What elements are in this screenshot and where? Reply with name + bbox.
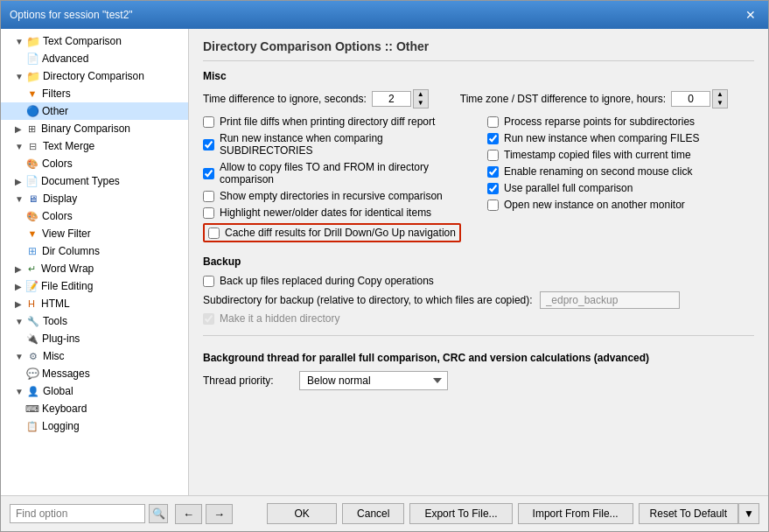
tools-icon: 🔧 [26, 314, 40, 328]
run-new-subdirs-label[interactable]: Run new instance when comparing SUBDIREC… [220, 132, 470, 157]
sidebar-item-document-types[interactable]: ▶ 📄 Document Types [1, 172, 188, 190]
subdir-row: Subdirectory for backup (relative to dir… [203, 291, 754, 309]
opt-use-parallel: Use parallel full comparison [487, 182, 754, 194]
colors-icon: 🎨 [25, 209, 39, 223]
timestamp-copy-checkbox[interactable] [487, 150, 499, 161]
process-reparse-label[interactable]: Process reparse points for subdirectorie… [504, 116, 695, 128]
sidebar-item-binary-comparison[interactable]: ▶ ⊞ Binary Comparison [1, 120, 188, 137]
subdir-label: Subdirectory for backup (relative to dir… [203, 294, 533, 306]
backup-files-checkbox[interactable] [203, 276, 214, 287]
process-reparse-checkbox[interactable] [487, 116, 499, 128]
sidebar-item-plug-ins[interactable]: 🔌 Plug-ins [1, 330, 188, 347]
run-new-subdirs-checkbox[interactable] [203, 139, 214, 150]
close-button[interactable]: ✕ [742, 6, 759, 24]
action-buttons: OK Cancel Export To File... Import From … [267, 503, 759, 524]
cancel-button[interactable]: Cancel [342, 503, 404, 524]
hidden-dir-label: Make it a hidden directory [220, 312, 339, 325]
opt-cache-diff: Cache diff results for Drill Down/Go Up … [203, 223, 470, 242]
open-new-monitor-label[interactable]: Open new instance on another monitor [504, 199, 685, 211]
backup-files-label[interactable]: Back up files replaced during Copy opera… [220, 275, 434, 287]
find-button[interactable]: 🔍 [149, 504, 168, 523]
options-dialog: Options for session "test2" ✕ ▼ 📁 Text C… [0, 0, 769, 532]
run-new-files-label[interactable]: Run new instance when comparing FILES [504, 132, 699, 144]
sidebar-item-keyboard[interactable]: ⌨ Keyboard [1, 400, 188, 417]
right-col: Process reparse points for subdirectorie… [487, 116, 754, 247]
find-input[interactable] [10, 504, 145, 523]
timezone-input[interactable] [671, 91, 710, 107]
cache-diff-checkbox[interactable] [208, 228, 220, 239]
opt-open-new-monitor: Open new instance on another monitor [487, 199, 754, 211]
spin-up-tz[interactable]: ▲ [713, 90, 727, 99]
nav-forward-button[interactable]: → [206, 504, 233, 524]
sidebar-item-other[interactable]: 🔵 Other [1, 102, 188, 120]
sidebar-item-display[interactable]: ▼ 🖥 Display [1, 190, 188, 207]
print-diffs-label[interactable]: Print file diffs when printing directory… [220, 116, 435, 128]
thread-priority-row: Thread priority: Idle Below normal Norma… [203, 371, 754, 390]
show-empty-label[interactable]: Show empty directories in recursive comp… [220, 190, 443, 202]
sidebar-label: Display [43, 192, 77, 205]
expand-icon: ▼ [15, 37, 24, 46]
enable-rename-label[interactable]: Enable renaming on second mouse click [504, 165, 692, 178]
sidebar-item-filters[interactable]: ▼ Filters [1, 85, 188, 102]
allow-copy-label[interactable]: Allow to copy files TO and FROM in direc… [220, 161, 470, 186]
ok-button[interactable]: OK [267, 503, 337, 524]
sidebar-item-tools[interactable]: ▼ 🔧 Tools [1, 312, 188, 330]
opt-backup-files: Back up files replaced during Copy opera… [203, 275, 754, 287]
cache-diff-label[interactable]: Cache diff results for Drill Down/Go Up … [225, 227, 456, 239]
spin-up[interactable]: ▲ [414, 90, 428, 99]
colors-icon: 🎨 [25, 157, 39, 171]
sidebar-label: Logging [42, 420, 80, 432]
nav-back-button[interactable]: ← [175, 504, 202, 524]
highlight-dates-label[interactable]: Highlight newer/older dates for identica… [220, 206, 431, 219]
sidebar-item-colors-merge[interactable]: 🎨 Colors [1, 155, 188, 172]
sidebar-item-global[interactable]: ▼ 👤 Global [1, 382, 188, 400]
use-parallel-checkbox[interactable] [487, 183, 499, 194]
sidebar-item-advanced[interactable]: 📄 Advanced [1, 50, 188, 67]
find-section: 🔍 [10, 504, 168, 523]
sidebar-label: Other [42, 105, 68, 117]
spin-down[interactable]: ▼ [414, 99, 428, 108]
sidebar-item-html[interactable]: ▶ H HTML [1, 295, 188, 312]
show-empty-checkbox[interactable] [203, 191, 214, 202]
time-diff-input[interactable] [372, 91, 411, 107]
import-button[interactable]: Import From File... [518, 503, 633, 524]
sidebar-item-logging[interactable]: 📋 Logging [1, 417, 188, 435]
folder-icon: 📁 [26, 69, 40, 83]
highlight-dates-checkbox[interactable] [203, 207, 214, 219]
sidebar-item-colors-display[interactable]: 🎨 Colors [1, 207, 188, 225]
reset-main-button[interactable]: Reset To Default [639, 503, 739, 524]
panel-title: Directory Comparison Options :: Other [203, 39, 754, 61]
sidebar-label: Filters [42, 88, 71, 100]
export-button[interactable]: Export To File... [409, 503, 512, 524]
expand-icon: ▼ [15, 142, 24, 151]
keyboard-icon: ⌨ [25, 402, 39, 416]
run-new-files-checkbox[interactable] [487, 133, 499, 144]
sidebar-item-word-wrap[interactable]: ▶ ↵ Word Wrap [1, 260, 188, 277]
reset-arrow-button[interactable]: ▼ [738, 503, 759, 524]
allow-copy-checkbox[interactable] [203, 168, 214, 179]
checkbox-columns: Print file diffs when printing directory… [203, 116, 754, 247]
timestamp-copy-label[interactable]: Timestamp copied files with current time [504, 149, 691, 161]
sidebar-item-file-editing[interactable]: ▶ 📝 File Editing [1, 277, 188, 295]
sidebar-item-dir-columns[interactable]: ⊞ Dir Columns [1, 242, 188, 260]
enable-rename-checkbox[interactable] [487, 166, 499, 178]
sidebar-item-directory-comparison[interactable]: ▼ 📁 Directory Comparison [1, 67, 188, 85]
sidebar-item-view-filter[interactable]: ▼ View Filter [1, 225, 188, 242]
sidebar-item-messages[interactable]: 💬 Messages [1, 365, 188, 382]
expand-icon: ▶ [15, 177, 22, 186]
use-parallel-label[interactable]: Use parallel full comparison [504, 182, 633, 194]
sidebar-item-text-comparison[interactable]: ▼ 📁 Text Comparison [1, 32, 188, 50]
html-icon: H [24, 297, 38, 311]
sidebar-label: Misc [43, 350, 65, 362]
print-diffs-checkbox[interactable] [203, 116, 214, 128]
subdir-input[interactable] [540, 291, 680, 309]
sidebar-item-misc[interactable]: ▼ ⚙ Misc [1, 347, 188, 365]
display-icon: 🖥 [26, 192, 40, 206]
misc-section-title: Misc [203, 70, 754, 82]
expand-icon: ▶ [15, 282, 22, 291]
open-new-monitor-checkbox[interactable] [487, 200, 499, 211]
sidebar-item-text-merge[interactable]: ▼ ⊟ Text Merge [1, 137, 188, 155]
opt-allow-copy: Allow to copy files TO and FROM in direc… [203, 161, 470, 186]
thread-priority-dropdown[interactable]: Idle Below normal Normal Above normal Hi… [299, 371, 448, 390]
spin-down-tz[interactable]: ▼ [713, 99, 727, 108]
